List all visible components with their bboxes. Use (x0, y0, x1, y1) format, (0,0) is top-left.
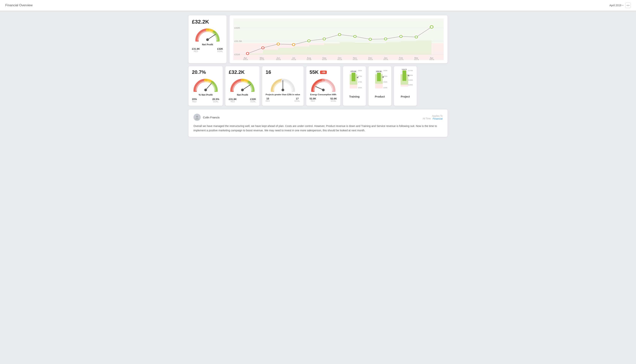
svg-point-13 (277, 43, 280, 45)
energy-gauge-svg (310, 77, 337, 92)
footer-goal-value: £32K (217, 48, 223, 50)
applies-to: Applies To All Time Financial (423, 115, 442, 120)
svg-text:£60K: £60K (383, 70, 387, 72)
projects-card: 16 Projects greater than £25k in value 1… (262, 66, 304, 106)
projects-footer: 15 RED 17 GOAL (266, 97, 300, 102)
net-profit-card: £32.2K (189, 15, 227, 63)
footer-red-value: £31.9K (192, 48, 200, 50)
projects-gauge-svg (270, 77, 296, 92)
energy-footer: 52.8K RED 52.6K GOAL (310, 97, 337, 102)
svg-point-57 (322, 89, 325, 91)
comment-header: Colin Francis Applies To All Time Financ… (194, 114, 442, 121)
net-profit-2-gauge-svg (229, 77, 256, 92)
svg-rect-4 (233, 18, 444, 43)
pct-gauge (192, 77, 219, 92)
applies-to-financial-link[interactable]: Financial (433, 117, 442, 120)
applies-to-title: Applies To (423, 115, 442, 117)
page-title: Financial Overview (5, 4, 33, 7)
energy-value: 55K (310, 69, 319, 75)
svg-text:£31.5K: £31.5K (234, 40, 242, 42)
projects-value: 16 (266, 69, 300, 75)
svg-text:2018: 2018 (337, 59, 342, 60)
chart-area: £32K £31.5K £31K (233, 18, 444, 60)
comment-section: Colin Francis Applies To All Time Financ… (189, 110, 447, 137)
net-profit-2-label: Net Profit (237, 93, 248, 96)
svg-point-11 (246, 52, 249, 55)
svg-point-51 (204, 89, 207, 91)
energy-card: 55K +88 Energy Consumption kWh 52 (306, 66, 340, 106)
energy-label: Energy Consumption kWh (310, 93, 336, 96)
svg-point-15 (308, 40, 310, 42)
project-bar-svg: £170K £165K £160K £155K £167K (397, 69, 414, 94)
net-profit-2-card: £32.2K Net Profit £31.9K RED (225, 66, 260, 106)
gauge-label: Net Profit (202, 43, 213, 46)
footer-red-label: RED (194, 50, 198, 52)
date-selector[interactable]: April 2019 ▾ (609, 4, 623, 7)
main-content: £32.2K (183, 11, 453, 142)
svg-text:£45K: £45K (383, 87, 387, 89)
net-profit-2-footer: £31.9K RED £32K GOAL (229, 98, 256, 103)
svg-text:£160K: £160K (408, 79, 413, 81)
projects-gauge (270, 77, 296, 92)
svg-text:£70K: £70K (358, 81, 362, 83)
svg-text:2018: 2018 (306, 59, 311, 60)
svg-point-1 (206, 38, 209, 41)
svg-text:2018: 2018 (322, 59, 327, 60)
svg-rect-75 (377, 73, 381, 81)
svg-text:£50K: £50K (383, 81, 387, 83)
gauge-svg (194, 26, 221, 42)
svg-text:£65K: £65K (358, 87, 362, 89)
gauge-container (194, 26, 221, 42)
project-card: £170K £165K £160K £155K £167K Project (394, 66, 417, 106)
pct-footer: 20% RED 20.5% GOAL (192, 98, 219, 103)
header: Financial Overview April 2019 ▾ <> (0, 0, 636, 11)
training-card: £80K £75K £70K £65K £75.4K Training (343, 66, 366, 106)
product-label: Product (375, 95, 385, 98)
svg-text:2018: 2018 (368, 59, 373, 60)
bottom-row: 20.7% % Net Profit 20% RED (189, 66, 447, 106)
footer-goal: £32K GOAL (217, 48, 223, 52)
svg-point-20 (384, 38, 387, 40)
header-right: April 2019 ▾ <> (609, 3, 631, 8)
comment-author: Colin Francis (194, 114, 220, 121)
avatar (194, 114, 201, 121)
selected-date: April 2019 (609, 4, 621, 7)
training-label: Training (349, 95, 359, 98)
svg-text:2018: 2018 (243, 59, 248, 60)
svg-text:£75.4K: £75.4K (351, 70, 356, 72)
svg-point-22 (415, 36, 418, 38)
energy-badge: +88 (320, 70, 327, 74)
svg-text:£170K: £170K (408, 70, 413, 72)
projects-label: Projects greater than £25k in value (266, 93, 300, 96)
svg-point-14 (292, 44, 295, 46)
applies-to-sub: All Time (423, 117, 431, 120)
svg-point-19 (369, 38, 372, 40)
comment-body: Overall we have managed the restructurin… (194, 124, 442, 133)
card-footer: £31.9K RED £32K GOAL (192, 48, 223, 52)
svg-text:2019: 2019 (414, 59, 419, 60)
code-button[interactable]: <> (625, 3, 631, 8)
net-profit-value: £32.2K (192, 19, 223, 25)
footer-red: £31.9K RED (192, 48, 200, 52)
svg-point-53 (241, 89, 244, 91)
svg-text:£155K: £155K (408, 84, 413, 86)
svg-text:£167K: £167K (402, 69, 407, 70)
pct-gauge-svg (192, 77, 219, 92)
svg-rect-73 (375, 84, 383, 88)
svg-text:£55K: £55K (383, 75, 387, 77)
line-chart-svg: £32K £31.5K £31K (233, 18, 444, 60)
svg-point-88 (196, 116, 198, 118)
svg-text:£32K: £32K (234, 27, 240, 29)
net-profit-2-gauge (229, 77, 256, 92)
svg-text:£55.5K: £55.5K (376, 70, 382, 72)
svg-text:£31K: £31K (234, 53, 240, 56)
svg-point-18 (354, 35, 356, 38)
product-bar-svg: £60K £55K £50K £45K £55.5K (371, 69, 388, 94)
svg-point-55 (282, 89, 284, 91)
svg-rect-85 (402, 70, 406, 81)
svg-line-0 (208, 34, 216, 40)
pct-net-profit-card: 20.7% % Net Profit 20% RED (189, 66, 223, 106)
svg-point-23 (430, 26, 433, 28)
net-profit-2-value: £32.2K (229, 69, 256, 75)
svg-text:2018: 2018 (291, 59, 296, 60)
